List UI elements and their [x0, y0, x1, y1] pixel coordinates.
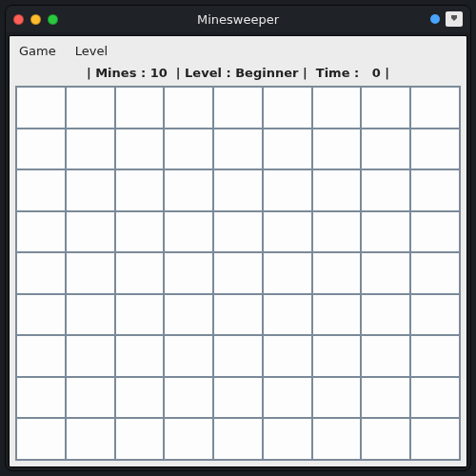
mine-cell[interactable] [17, 170, 65, 210]
mine-cell[interactable] [17, 295, 65, 335]
mine-cell[interactable] [214, 253, 262, 293]
mine-cell[interactable] [313, 419, 361, 459]
minimize-icon[interactable] [30, 14, 41, 25]
mine-cell[interactable] [67, 336, 114, 376]
mine-cell[interactable] [165, 378, 212, 418]
mine-cell[interactable] [214, 88, 262, 128]
mine-cell[interactable] [411, 170, 459, 210]
mine-cell[interactable] [214, 419, 262, 459]
mine-cell[interactable] [17, 88, 65, 128]
mine-cell[interactable] [264, 170, 311, 210]
mine-cell[interactable] [411, 253, 459, 293]
mine-cell[interactable] [17, 419, 65, 459]
mine-cell[interactable] [411, 295, 459, 335]
mine-cell[interactable] [411, 419, 459, 459]
menu-level[interactable]: Level [75, 44, 108, 58]
mine-cell[interactable] [362, 129, 409, 169]
mine-cell[interactable] [362, 336, 409, 376]
titlebar-right [430, 11, 463, 27]
mine-cell[interactable] [313, 336, 361, 376]
mine-cell[interactable] [214, 295, 262, 335]
mine-cell[interactable] [313, 295, 361, 335]
mine-cell[interactable] [17, 336, 65, 376]
mine-cell[interactable] [214, 378, 262, 418]
mine-cell[interactable] [165, 253, 212, 293]
mine-cell[interactable] [313, 212, 361, 252]
mine-cell[interactable] [411, 378, 459, 418]
mine-cell[interactable] [116, 170, 164, 210]
mine-cell[interactable] [67, 129, 114, 169]
mine-cell[interactable] [17, 253, 65, 293]
mine-cell[interactable] [165, 295, 212, 335]
mines-value: 10 [150, 66, 168, 80]
mine-cell[interactable] [67, 295, 114, 335]
mine-cell[interactable] [313, 170, 361, 210]
maximize-icon[interactable] [48, 14, 58, 25]
mine-cell[interactable] [17, 378, 65, 418]
mine-cell[interactable] [214, 129, 262, 169]
mine-cell[interactable] [264, 419, 311, 459]
mine-cell[interactable] [116, 88, 164, 128]
mine-cell[interactable] [264, 336, 311, 376]
mine-cell[interactable] [411, 336, 459, 376]
mine-cell[interactable] [17, 129, 65, 169]
client-area: Game Level | Mines : 10 | Level : Beginn… [9, 35, 467, 467]
app-window: Minesweeper Game Level | Mines : 10 | Le… [5, 5, 471, 471]
status-bar: | Mines : 10 | Level : Beginner | Time :… [15, 64, 461, 86]
mine-cell[interactable] [264, 253, 311, 293]
time-label: Time [316, 66, 350, 80]
mine-cell[interactable] [362, 212, 409, 252]
mine-cell[interactable] [116, 212, 164, 252]
mine-cell[interactable] [362, 419, 409, 459]
mine-cell[interactable] [67, 212, 114, 252]
mine-cell[interactable] [116, 129, 164, 169]
mine-cell[interactable] [264, 88, 311, 128]
mine-cell[interactable] [362, 378, 409, 418]
mine-cell[interactable] [313, 88, 361, 128]
mine-cell[interactable] [362, 253, 409, 293]
window-title: Minesweeper [6, 12, 470, 27]
status-dot-icon [430, 14, 440, 24]
mine-cell[interactable] [362, 295, 409, 335]
mine-cell[interactable] [165, 336, 212, 376]
mine-cell[interactable] [313, 378, 361, 418]
mine-cell[interactable] [214, 336, 262, 376]
level-value: Beginner [235, 66, 298, 80]
mine-cell[interactable] [116, 253, 164, 293]
mine-cell[interactable] [67, 378, 114, 418]
mine-grid [15, 86, 461, 461]
mine-cell[interactable] [165, 419, 212, 459]
mine-cell[interactable] [116, 419, 164, 459]
mine-cell[interactable] [116, 378, 164, 418]
mine-cell[interactable] [313, 129, 361, 169]
mine-cell[interactable] [362, 170, 409, 210]
mine-cell[interactable] [264, 212, 311, 252]
window-controls [13, 14, 58, 25]
mine-cell[interactable] [264, 129, 311, 169]
mine-cell[interactable] [165, 170, 212, 210]
mine-cell[interactable] [116, 336, 164, 376]
mine-cell[interactable] [264, 378, 311, 418]
mine-cell[interactable] [67, 170, 114, 210]
mine-cell[interactable] [362, 88, 409, 128]
close-icon[interactable] [13, 14, 24, 25]
menu-game[interactable]: Game [19, 44, 56, 58]
titlebar: Minesweeper [6, 6, 470, 32]
mine-cell[interactable] [165, 129, 212, 169]
mine-cell[interactable] [313, 253, 361, 293]
mine-cell[interactable] [411, 129, 459, 169]
mine-cell[interactable] [17, 212, 65, 252]
mine-cell[interactable] [165, 212, 212, 252]
mine-cell[interactable] [264, 295, 311, 335]
mine-cell[interactable] [214, 170, 262, 210]
mine-cell[interactable] [116, 295, 164, 335]
mines-label: Mines [95, 66, 136, 80]
java-icon [446, 11, 463, 27]
mine-cell[interactable] [67, 419, 114, 459]
mine-cell[interactable] [165, 88, 212, 128]
mine-cell[interactable] [411, 212, 459, 252]
mine-cell[interactable] [214, 212, 262, 252]
mine-cell[interactable] [411, 88, 459, 128]
mine-cell[interactable] [67, 253, 114, 293]
mine-cell[interactable] [67, 88, 114, 128]
